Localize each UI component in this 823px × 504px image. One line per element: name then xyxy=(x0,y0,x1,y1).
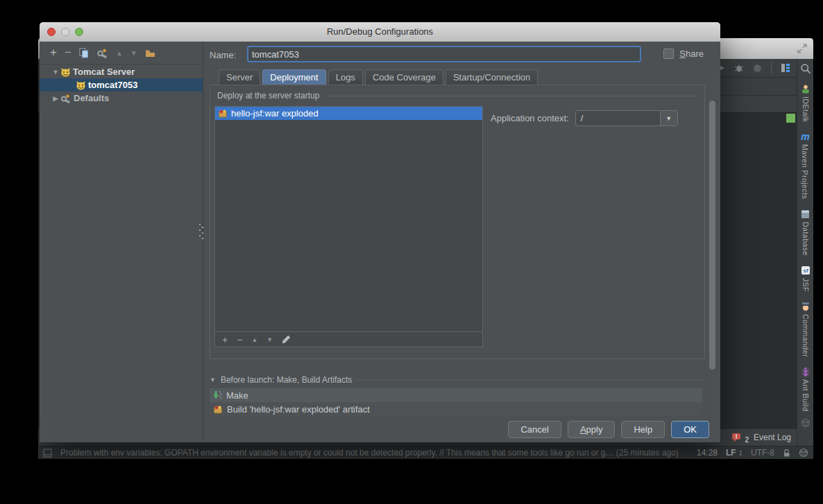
encoding-widget[interactable]: UTF-8 xyxy=(751,448,774,458)
status-message[interactable]: Problem with env variables: GOPATH envir… xyxy=(60,448,688,458)
tree-item-defaults[interactable]: ▶ Defaults xyxy=(40,92,203,105)
splitter-handle[interactable] xyxy=(198,223,204,242)
lock-icon[interactable] xyxy=(783,449,790,458)
application-context-label: Application context: xyxy=(491,113,569,123)
event-balloon-icon[interactable] xyxy=(731,433,743,443)
edit-defaults-wrench-icon[interactable] xyxy=(96,48,108,58)
configurations-toolbar: + − ▲ ▼ xyxy=(40,42,203,64)
remove-configuration-button[interactable]: − xyxy=(65,48,71,58)
updown-icon: ↕ xyxy=(738,448,743,458)
edit-pencil-icon[interactable] xyxy=(282,335,291,344)
move-up-icon[interactable]: ▲ xyxy=(116,49,123,57)
remove-artifact-button[interactable]: − xyxy=(237,336,242,344)
share-checkbox[interactable] xyxy=(663,49,674,59)
minimize-button[interactable] xyxy=(61,28,69,36)
debug-bug-icon[interactable] xyxy=(734,64,744,73)
move-down-icon[interactable]: ▼ xyxy=(266,336,273,343)
configuration-tabs: Server Deployment Logs Code Coverage Sta… xyxy=(219,69,538,85)
tab-deployment[interactable]: Deployment xyxy=(262,69,325,85)
tool-button-label: IDEtalk xyxy=(801,96,810,122)
share-label: Share xyxy=(679,49,704,59)
configurations-tree: ▼ Tomcat Server tomcat7053 ▶ xyxy=(40,64,203,105)
line-separator-widget[interactable]: LF ↕ xyxy=(726,448,743,458)
toolbox-toggle-icon[interactable] xyxy=(43,449,52,458)
status-bar: Problem with env variables: GOPATH envir… xyxy=(38,446,813,459)
list-item-label: hello-jsf:war exploded xyxy=(231,108,319,119)
dialog-title: Run/Debug Configurations xyxy=(327,26,433,37)
tomcat-icon xyxy=(60,67,71,77)
move-down-icon[interactable]: ▼ xyxy=(130,49,137,57)
chevron-down-icon[interactable]: ▼ xyxy=(51,69,60,76)
add-artifact-button[interactable]: + xyxy=(222,336,228,344)
tab-server[interactable]: Server xyxy=(219,69,260,85)
tool-button-jsf[interactable]: sf JSF xyxy=(801,266,811,292)
artifact-icon xyxy=(213,405,223,414)
add-configuration-button[interactable]: + xyxy=(50,48,57,58)
tool-button-idetalk[interactable]: IDEtalk xyxy=(801,84,811,122)
fullscreen-icon[interactable] xyxy=(797,43,808,54)
name-input[interactable] xyxy=(247,46,641,62)
tab-code-coverage[interactable]: Code Coverage xyxy=(365,69,443,85)
event-log-button[interactable]: Event Log xyxy=(754,433,791,442)
collapse-icon: ▼ xyxy=(210,376,216,383)
tree-item-tomcat-server[interactable]: ▼ Tomcat Server xyxy=(40,65,203,78)
before-launch-header[interactable]: ▼ Before launch: Make, Build Artifacts xyxy=(210,375,702,385)
tool-button-maven-projects[interactable]: m Maven Projects xyxy=(801,132,809,199)
deploy-section-label: Deploy at the server startup xyxy=(217,91,319,101)
coverage-icon[interactable] xyxy=(753,64,762,73)
commander-captain-icon xyxy=(801,302,811,311)
tree-item-tomcat7053[interactable]: tomcat7053 xyxy=(40,78,203,92)
tab-startup-connection[interactable]: Startup/Connection xyxy=(446,69,538,85)
before-launch-item-build-artifact[interactable]: Build 'hello-jsf:war exploded' artifact xyxy=(210,402,702,416)
copy-configuration-icon[interactable] xyxy=(79,48,89,58)
deploy-artifacts-list: hello-jsf:war exploded + − ▲ ▼ xyxy=(214,106,483,347)
hector-icon[interactable] xyxy=(799,448,808,458)
tool-button-label: JSF xyxy=(801,278,810,292)
tool-button-label: Maven Projects xyxy=(801,144,809,199)
dialog-body: + − ▲ ▼ ▼ xyxy=(40,42,720,442)
close-button[interactable] xyxy=(47,28,56,36)
application-context-combobox[interactable]: / ▼ xyxy=(575,110,678,126)
apply-button[interactable]: Apply xyxy=(568,421,616,438)
deploy-list-toolbar: + − ▲ ▼ xyxy=(215,331,482,347)
share-checkbox-group[interactable]: Share xyxy=(663,49,704,59)
ok-button[interactable]: OK xyxy=(671,421,709,438)
cancel-button[interactable]: Cancel xyxy=(508,421,561,438)
tab-logs[interactable]: Logs xyxy=(328,69,363,85)
tree-item-label: tomcat7053 xyxy=(88,80,138,90)
database-icon xyxy=(801,209,810,219)
list-item-artifact[interactable]: hello-jsf:war exploded xyxy=(215,107,482,120)
search-icon[interactable] xyxy=(800,63,811,74)
zoom-button[interactable] xyxy=(75,28,83,36)
tool-button-database[interactable]: Database xyxy=(801,209,810,256)
maven-icon: m xyxy=(801,132,809,141)
tool-button-ant-build[interactable]: Ant Build xyxy=(801,367,810,412)
combobox-arrow-button[interactable]: ▼ xyxy=(660,111,677,125)
help-button[interactable]: Help xyxy=(621,421,665,438)
before-launch-item-make[interactable]: Make xyxy=(210,388,702,402)
dialog-scrollbar[interactable] xyxy=(709,101,715,370)
configuration-editor: Name: Share Server Deployment Logs Code … xyxy=(204,42,720,442)
before-launch-label: Before launch: Make, Build Artifacts xyxy=(221,375,352,385)
scrollbar-thumb[interactable] xyxy=(709,101,715,370)
chevron-right-icon[interactable]: ▶ xyxy=(51,95,60,102)
tomcat-icon xyxy=(76,80,86,90)
status-time: 14:28 xyxy=(697,448,718,458)
dialog-titlebar: Run/Debug Configurations xyxy=(40,22,720,42)
deployment-tab-panel: Deploy at the server startup hello-jsf:w… xyxy=(210,85,705,359)
project-structure-icon[interactable] xyxy=(781,63,790,73)
idetalk-person-icon xyxy=(801,84,811,94)
traffic-lights xyxy=(47,28,83,36)
tool-button-commander[interactable]: Commander xyxy=(801,302,811,357)
hector-icon[interactable] xyxy=(801,418,811,428)
toolbar-separator xyxy=(771,62,772,74)
before-launch-item-label: Make xyxy=(226,390,248,401)
application-context-group: Application context: / ▼ xyxy=(491,110,678,126)
defaults-wrench-icon xyxy=(60,94,71,103)
folder-icon[interactable] xyxy=(145,49,155,58)
move-up-icon[interactable]: ▲ xyxy=(251,336,257,343)
name-label: Name: xyxy=(210,50,236,60)
tree-item-label: Tomcat Server xyxy=(73,67,135,77)
dialog-buttons: Cancel Apply Help OK xyxy=(508,421,709,438)
line-separator-value: LF xyxy=(726,448,736,458)
